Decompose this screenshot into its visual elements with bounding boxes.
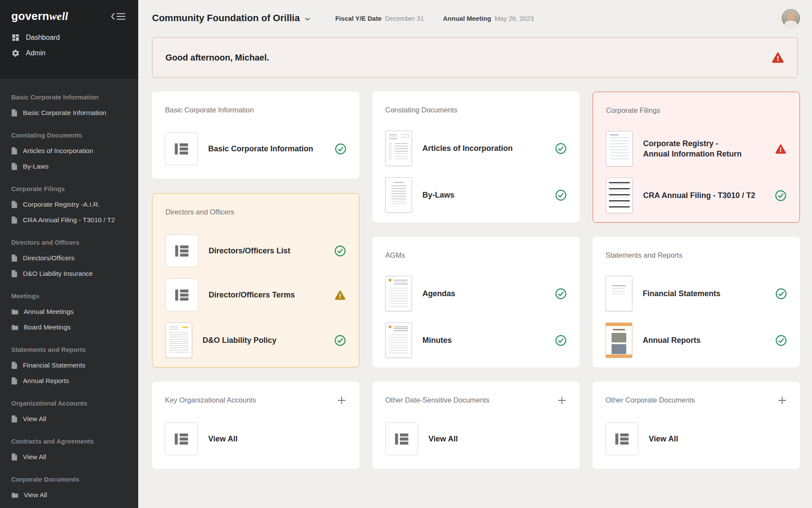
sidebar-item-corporate-registry-air[interactable]: Corporate Registry -A.I.R. xyxy=(11,200,127,209)
card-other-date-sensitive-documents: Other Date-Sensitive Documents View All xyxy=(372,382,580,469)
avatar[interactable] xyxy=(782,9,800,27)
card-other-corporate-documents: Other Corporate Documents View All xyxy=(593,382,800,469)
status-complete-icon xyxy=(775,335,787,346)
status-alert-icon xyxy=(775,143,787,155)
card-title: Other Date-Sensitive Documents xyxy=(385,396,489,404)
sidebar-section: Constating Documents Articles of Incorpo… xyxy=(11,131,127,171)
organization-selector[interactable]: Community Foundation of Orillia xyxy=(152,13,311,24)
dashboard-icon xyxy=(11,33,20,42)
status-complete-icon xyxy=(334,335,346,346)
item-view-all[interactable]: View All xyxy=(165,422,346,455)
section-title: Meetings xyxy=(11,292,127,300)
sidebar-item-board-meetings[interactable]: Board Meetings xyxy=(11,323,127,332)
document-thumbnail xyxy=(606,276,632,311)
card-basic-corporate-information: Basic Corporate Information Basic Corpor… xyxy=(152,92,359,179)
item-corporate-registry-annual-information-return[interactable]: Corporate Registry - Annual Information … xyxy=(606,131,787,166)
sidebar-section: Corporate Documents View All xyxy=(11,475,127,499)
sidebar-item-do-liability-insurance[interactable]: D&O Liability Insurance xyxy=(11,269,127,278)
document-thumbnail xyxy=(606,131,633,166)
greeting-text: Good afternoon, Michael. xyxy=(165,53,269,63)
section-title: Corporate Filings xyxy=(11,185,127,193)
folder-icon xyxy=(11,324,19,331)
sidebar-item-financial-statements[interactable]: Financial Statements xyxy=(11,361,127,370)
item-by-laws[interactable]: By-Laws xyxy=(385,177,567,213)
sidebar-section: Basic Corporate Information Basic Corpor… xyxy=(11,93,127,117)
status-warning-icon xyxy=(334,289,346,301)
sidebar-item-contracts-view-all[interactable]: View All xyxy=(11,453,127,461)
document-thumbnail xyxy=(606,178,633,213)
plus-icon[interactable] xyxy=(777,396,787,405)
file-icon xyxy=(11,163,18,170)
sidebar-item-dashboard[interactable]: Dashboard xyxy=(11,33,127,42)
status-complete-icon xyxy=(775,288,787,300)
document-thumbnail xyxy=(385,276,412,311)
sidebar-section: Statements and Reports Financial Stateme… xyxy=(11,345,127,385)
sidebar-item-organizational-accounts-view-all[interactable]: View All xyxy=(11,415,127,423)
sidebar-item-cra-annual-filing[interactable]: CRA Annual Filing - T3010 / T2 xyxy=(11,216,127,224)
file-icon xyxy=(11,270,18,278)
sidebar-item-annual-meetings[interactable]: Annual Meetings xyxy=(11,307,127,316)
dashboard-grid: Basic Corporate Information Basic Corpor… xyxy=(138,78,812,495)
file-icon xyxy=(11,201,18,208)
sidebar-item-admin[interactable]: Admin xyxy=(11,49,127,58)
section-title: Basic Corporate Information xyxy=(11,93,127,102)
section-title: Organizational Accounts xyxy=(11,399,127,408)
sidebar-item-directors-officers[interactable]: Directors/Officers xyxy=(11,254,127,262)
item-minutes[interactable]: Minutes xyxy=(385,323,567,358)
item-do-liability-policy[interactable]: D&O Liability Policy xyxy=(165,323,346,358)
file-icon xyxy=(11,453,18,461)
list-icon xyxy=(606,422,638,455)
sidebar-item-basic-corporate-information[interactable]: Basic Corporate Information xyxy=(11,109,127,117)
card-title: Constating Documents xyxy=(385,105,567,114)
card-statements-and-reports: Statements and Reports Financial Stateme… xyxy=(593,237,800,367)
annual-meeting-date: Annual Meeting May 26, 2023 xyxy=(443,15,534,22)
document-thumbnail xyxy=(165,323,192,358)
collapse-sidebar-icon[interactable] xyxy=(110,11,127,22)
list-icon xyxy=(165,234,198,267)
sidebar-item-by-laws[interactable]: By-Laws xyxy=(11,162,127,171)
item-financial-statements[interactable]: Financial Statements xyxy=(606,276,787,311)
document-thumbnail xyxy=(385,131,412,166)
item-directors-officers-list[interactable]: Directors/Officers List xyxy=(165,234,346,267)
plus-icon[interactable] xyxy=(557,396,567,405)
section-title: Constating Documents xyxy=(11,131,127,140)
card-constating-documents: Constating Documents Articles of Incorpo… xyxy=(372,92,580,223)
card-title: Statements and Reports xyxy=(606,251,787,259)
sidebar-section: Corporate Filings Corporate Registry -A.… xyxy=(11,185,127,224)
item-agendas[interactable]: Agendas xyxy=(385,276,567,311)
card-title: AGMs xyxy=(385,251,567,259)
card-title: Corporate Filings xyxy=(606,106,787,115)
gear-icon xyxy=(11,49,20,58)
brand-logo: governwell xyxy=(11,10,68,23)
sidebar-item-articles-of-incorporation[interactable]: Articles of Incorporation xyxy=(11,147,127,155)
list-icon xyxy=(165,422,198,455)
card-title: Basic Corporate Information xyxy=(165,105,346,114)
item-view-all[interactable]: View All xyxy=(385,422,567,455)
plus-icon[interactable] xyxy=(337,396,346,405)
status-complete-icon xyxy=(555,143,567,154)
section-title: Corporate Documents xyxy=(11,475,127,484)
item-view-all[interactable]: View All xyxy=(606,422,787,455)
sidebar-item-annual-reports[interactable]: Annual Reports xyxy=(11,377,127,385)
sidebar-item-corporate-documents-view-all[interactable]: View All xyxy=(11,491,127,499)
file-icon xyxy=(11,254,18,262)
fiscal-year-end: Fiscal Y/E Date December 31 xyxy=(335,15,424,22)
status-complete-icon xyxy=(555,288,567,300)
card-agms: AGMs Agendas Minutes xyxy=(372,237,580,367)
document-thumbnail xyxy=(606,323,632,358)
item-basic-corporate-information[interactable]: Basic Corporate Information xyxy=(165,132,346,165)
status-complete-icon xyxy=(555,189,567,201)
card-corporate-filings: Corporate Filings Corporate Registry - A… xyxy=(593,92,800,223)
item-director-officers-terms[interactable]: Director/Officers Terms xyxy=(165,278,346,311)
sidebar-section: Contracts and Agreements View All xyxy=(11,437,127,461)
top-bar: Community Foundation of Orillia Fiscal Y… xyxy=(138,0,812,36)
item-annual-reports[interactable]: Annual Reports xyxy=(606,323,787,358)
chevron-down-icon xyxy=(304,14,311,22)
document-thumbnail xyxy=(385,323,412,358)
card-title: Other Corporate Documents xyxy=(606,396,695,404)
organization-name: Community Foundation of Orillia xyxy=(152,13,300,24)
item-articles-of-incorporation[interactable]: Articles of Incorporation xyxy=(385,131,567,166)
item-cra-annual-filing[interactable]: CRA Annual Filing - T3010 / T2 xyxy=(606,178,787,213)
file-icon xyxy=(11,216,18,224)
file-icon xyxy=(11,361,18,369)
